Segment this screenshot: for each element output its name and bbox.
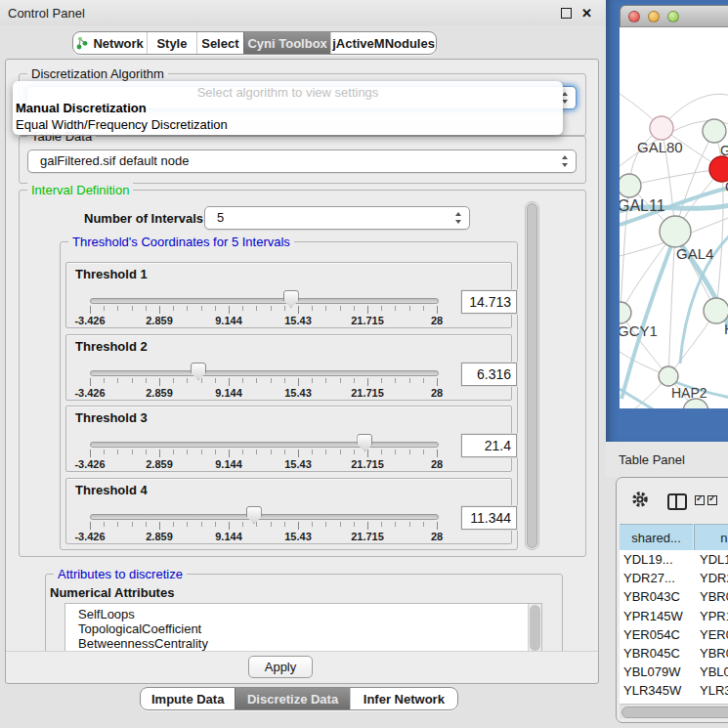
- scrollbar-thumb[interactable]: [527, 203, 537, 548]
- slider-track[interactable]: [90, 298, 439, 304]
- close-traffic-light[interactable]: [628, 11, 640, 22]
- table-cell[interactable]: YDR27...: [620, 569, 694, 587]
- slider-track[interactable]: [90, 442, 439, 448]
- column-header-name[interactable]: name: [694, 524, 728, 551]
- table-body: YDL19...YDL1YDR27...YDR2YBR043CYBR0YPR14…: [620, 550, 728, 704]
- table-cell[interactable]: YPR145W: [620, 607, 694, 625]
- columns-icon[interactable]: [667, 493, 687, 510]
- float-window-icon[interactable]: [561, 8, 572, 19]
- table-row[interactable]: YER054CYER0: [620, 625, 728, 644]
- axis-tick: [90, 378, 91, 386]
- threshold-panel-3: Threshold 3 -3.4262.8599.14415.4321.7152…: [65, 406, 512, 472]
- network-node[interactable]: [650, 116, 673, 140]
- table-row[interactable]: YBR043CYBR0: [620, 587, 728, 606]
- tab-jactivemnodules[interactable]: jActiveMNodules: [330, 32, 436, 54]
- table-cell[interactable]: YDL19...: [620, 550, 694, 569]
- threshold-label: Threshold 3: [75, 410, 148, 425]
- slider-track[interactable]: [90, 370, 439, 376]
- group-title: Discretization Algorithm: [27, 66, 168, 81]
- axis-tick: [298, 306, 299, 314]
- numerical-attributes-list[interactable]: SelfLoops TopologicalCoefficient Between…: [64, 603, 542, 653]
- table-cell[interactable]: YER054C: [620, 625, 694, 644]
- tab-infer-network[interactable]: Infer Network: [350, 688, 457, 709]
- interval-scrollbar[interactable]: [525, 201, 539, 550]
- axis-tick: [437, 450, 438, 457]
- table-cell[interactable]: YDL1: [694, 550, 728, 569]
- network-node[interactable]: [620, 302, 631, 323]
- tab-impute-data[interactable]: Impute Data: [141, 688, 235, 709]
- table-cell[interactable]: YBR043C: [620, 587, 694, 606]
- horizontal-scrollbar[interactable]: [620, 704, 728, 718]
- threshold-value-field[interactable]: 14.713: [461, 290, 517, 314]
- scrollbar-thumb[interactable]: [621, 707, 728, 718]
- table-row[interactable]: YBL079WYBL0: [620, 663, 728, 681]
- table-cell[interactable]: YER0: [694, 625, 728, 644]
- checkbox-icon[interactable]: [695, 495, 705, 505]
- axis-label: 21.715: [351, 458, 384, 470]
- network-node-label: HAP2: [671, 385, 707, 401]
- threshold-value-field[interactable]: 6.316: [461, 363, 517, 386]
- threshold-panel-2: Threshold 2 -3.4262.8599.14415.4321.7152…: [65, 334, 512, 401]
- axis-label: 15.43: [284, 458, 312, 470]
- table-row[interactable]: YDR27...YDR2: [620, 569, 728, 587]
- table-row[interactable]: YBR045CYBR0: [620, 644, 728, 663]
- dropdown-option-equal-width[interactable]: Equal Width/Frequency Discretization: [16, 117, 228, 132]
- slider-track[interactable]: [90, 514, 439, 520]
- axis-label: 28: [431, 458, 443, 470]
- table-row[interactable]: YDL19...YDL1: [620, 550, 728, 569]
- close-icon[interactable]: ✕: [581, 7, 592, 20]
- list-item[interactable]: BetweennessCentrality: [65, 636, 541, 651]
- axis-label: -3.426: [74, 387, 105, 399]
- axis-label: 21.715: [351, 387, 384, 399]
- axis-label: -3.426: [74, 458, 105, 470]
- number-of-intervals-combobox[interactable]: 5: [204, 206, 470, 230]
- zoom-traffic-light[interactable]: [667, 11, 679, 22]
- slider-axis: -3.4262.8599.14415.4321.71528: [90, 450, 437, 473]
- table-cell[interactable]: YBR0: [694, 644, 728, 663]
- tab-style[interactable]: Style: [147, 32, 195, 54]
- table-cell[interactable]: YBL0: [694, 663, 728, 681]
- gear-icon[interactable]: [630, 490, 650, 509]
- checkbox-icon[interactable]: [707, 495, 717, 505]
- network-edge[interactable]: [629, 169, 722, 186]
- table-row[interactable]: YLR345WYLR3: [620, 681, 728, 700]
- column-header-shared[interactable]: shared...: [620, 524, 693, 551]
- network-window-titlebar[interactable]: [620, 5, 728, 27]
- axis-tick: [229, 522, 230, 530]
- table-row[interactable]: YPR145WYPR1: [620, 607, 728, 625]
- axis-label: -3.426: [74, 531, 105, 542]
- network-view[interactable]: GAL80GALCGAL11GAL4GCY1HHAP2: [620, 27, 728, 408]
- network-node[interactable]: [660, 216, 691, 247]
- tab-label: Infer Network: [364, 692, 445, 707]
- threshold-value-field[interactable]: 11.344: [461, 506, 517, 530]
- tab-select[interactable]: Select: [196, 32, 243, 54]
- table-data-combobox[interactable]: galFiltered.sif default node: [27, 150, 577, 173]
- table-cell[interactable]: YPR1: [694, 607, 728, 625]
- minimize-traffic-light[interactable]: [648, 11, 660, 22]
- apply-button[interactable]: Apply: [248, 656, 313, 678]
- tab-label: Network: [93, 36, 143, 51]
- table-cell[interactable]: YDR2: [694, 569, 728, 587]
- network-edge-highlighted[interactable]: [620, 389, 661, 408]
- table-cell[interactable]: YBR0: [694, 587, 728, 606]
- axis-tick: [90, 306, 91, 314]
- dropdown-option-manual[interactable]: Manual Discretization: [16, 101, 147, 115]
- table-cell[interactable]: YBL079W: [620, 663, 694, 681]
- list-item[interactable]: SelfLoops: [65, 604, 541, 621]
- tab-network[interactable]: Network: [73, 32, 147, 54]
- table-cell[interactable]: YLR345W: [620, 681, 694, 700]
- table-cell[interactable]: YBR045C: [620, 644, 694, 663]
- tab-cyni-toolbox[interactable]: Cyni Toolbox: [243, 32, 330, 54]
- table-panel: shared... name YDL19...YDL1YDR27...YDR2Y…: [616, 477, 728, 723]
- scrollbar-thumb[interactable]: [530, 605, 540, 651]
- network-node[interactable]: [659, 366, 678, 386]
- table-cell[interactable]: YLR3: [694, 681, 728, 700]
- network-node[interactable]: [620, 174, 641, 197]
- list-scrollbar[interactable]: [528, 604, 541, 652]
- network-node[interactable]: [703, 119, 726, 143]
- tab-discretize-data[interactable]: Discretize Data: [235, 688, 349, 709]
- list-item[interactable]: TopologicalCoefficient: [65, 621, 541, 636]
- network-canvas[interactable]: GAL80GALCGAL11GAL4GCY1HHAP2: [620, 27, 728, 408]
- slider-axis: -3.4262.8599.14415.4321.71528: [90, 522, 437, 545]
- threshold-value-field[interactable]: 21.4: [461, 434, 517, 457]
